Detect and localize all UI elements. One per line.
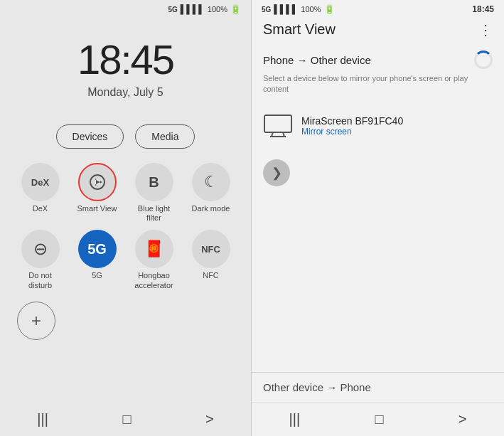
dnd-icon: ⊖ — [33, 239, 48, 259]
hongbao-icon: 🧧 — [144, 240, 163, 258]
phone-arrow-label: Phone → Other device — [263, 54, 371, 66]
other-device-section: Other device → Phone — [252, 373, 504, 402]
list-item[interactable]: Smart View — [73, 163, 122, 223]
add-button[interactable]: + — [17, 302, 55, 340]
other-device-label: Other device → Phone — [263, 381, 371, 393]
list-item[interactable]: ⊖ Do not disturb — [16, 230, 65, 289]
time-display: 18:45 — [77, 36, 173, 83]
5g-icon: 5G — [87, 241, 107, 257]
nfc-icon: NFC — [201, 244, 220, 255]
5g-label: 5G — [92, 271, 102, 280]
battery-percent-left: 100% — [208, 5, 227, 14]
list-item[interactable]: ☾ Dark mode — [186, 163, 236, 223]
status-bar-right: 5G ▌▌▌▌ 100% 🔋 18:45 — [252, 0, 504, 14]
devices-button[interactable]: Devices — [56, 124, 124, 149]
nfc-label: NFC — [203, 271, 219, 280]
list-item[interactable]: DeX DeX — [16, 163, 65, 223]
signal-5g-right: 5G — [262, 6, 271, 14]
list-item[interactable]: 🧧 Hongbao accelerator — [129, 230, 179, 289]
dex-label: DeX — [33, 204, 48, 213]
home-button[interactable]: □ — [122, 411, 131, 427]
dex-icon: DeX — [31, 177, 49, 188]
blue-light-icon: B — [149, 174, 159, 191]
5g-icon-circle: 5G — [78, 230, 117, 268]
list-item[interactable]: B Blue light filter — [129, 163, 179, 223]
scroll-down-button[interactable]: ❯ — [263, 159, 290, 186]
smart-view-icon — [87, 172, 107, 192]
monitor-icon — [263, 114, 293, 138]
status-time-right: 18:45 — [472, 4, 494, 14]
list-item[interactable]: 5G 5G — [73, 230, 122, 289]
dark-mode-label: Dark mode — [192, 204, 230, 213]
status-bar-left: 5G ▌▌▌▌ 100% 🔋 — [0, 0, 251, 14]
loading-spinner — [474, 50, 493, 69]
device-name: MiraScreen BF91FC40 — [301, 115, 403, 127]
media-button[interactable]: Media — [135, 124, 195, 149]
back-button-right[interactable]: ||| — [289, 411, 301, 427]
battery-icon-left: 🔋 — [230, 4, 241, 14]
device-icon-wrap — [263, 111, 293, 141]
subtitle-text: Select a device below to mirror your pho… — [252, 73, 504, 104]
list-item[interactable]: NFC NFC — [186, 230, 236, 289]
status-icons-right: 5G ▌▌▌▌ 100% 🔋 — [262, 4, 335, 14]
recents-button-right[interactable]: > — [459, 411, 467, 427]
svg-rect-4 — [264, 115, 291, 132]
nav-bar-right: ||| □ > — [252, 402, 504, 436]
more-options-icon[interactable]: ⋮ — [478, 23, 493, 37]
smart-view-icon-circle — [78, 163, 117, 201]
nfc-icon-circle: NFC — [192, 230, 230, 268]
right-panel: 5G ▌▌▌▌ 100% 🔋 18:45 Smart View ⋮ Phone … — [252, 0, 504, 436]
recents-button[interactable]: > — [205, 411, 214, 427]
phone-arrow-section: Phone → Other device — [252, 42, 504, 73]
nav-bar-left: ||| □ > — [0, 403, 251, 436]
right-title: Smart View — [263, 21, 336, 38]
battery-icon-right: 🔋 — [324, 4, 335, 14]
dark-mode-icon-circle: ☾ — [192, 163, 230, 201]
dex-icon-circle: DeX — [21, 163, 60, 201]
left-panel: 5G ▌▌▌▌ 100% 🔋 18:45 Monday, July 5 Devi… — [0, 0, 252, 436]
signal-5g-left: 5G — [168, 6, 178, 14]
hongbao-label: Hongbao accelerator — [134, 271, 173, 289]
list-item[interactable]: MiraScreen BF91FC40 Mirror screen — [252, 104, 504, 148]
smart-view-label: Smart View — [77, 204, 117, 213]
dark-mode-icon: ☾ — [204, 173, 218, 191]
icons-grid: DeX DeX Smart View B Blue light filter — [16, 163, 236, 290]
date-display: Monday, July 5 — [87, 86, 163, 99]
quick-buttons: Devices Media — [56, 124, 195, 149]
blue-light-icon-circle: B — [135, 163, 173, 201]
device-action: Mirror screen — [301, 127, 403, 137]
device-info: MiraScreen BF91FC40 Mirror screen — [301, 115, 403, 137]
right-header: Smart View ⋮ — [252, 14, 504, 42]
back-button[interactable]: ||| — [37, 411, 48, 427]
signal-bars-right: ▌▌▌▌ — [274, 4, 298, 14]
dnd-label: Do not disturb — [28, 271, 52, 289]
hongbao-icon-circle: 🧧 — [135, 230, 173, 268]
blue-light-label: Blue light filter — [138, 204, 170, 223]
signal-bars-left: ▌▌▌▌ — [181, 4, 205, 14]
dnd-icon-circle: ⊖ — [21, 230, 60, 268]
home-button-right[interactable]: □ — [375, 411, 383, 427]
battery-percent-right: 100% — [301, 5, 321, 14]
